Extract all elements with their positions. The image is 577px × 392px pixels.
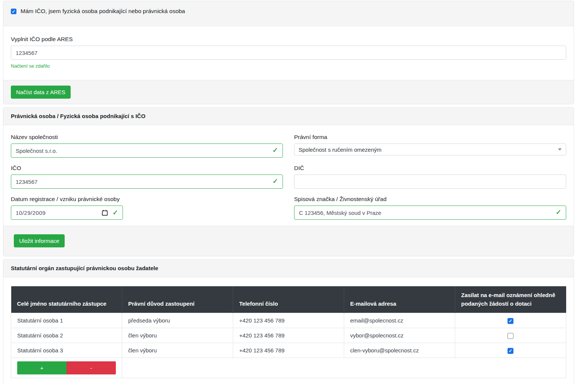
col-header-phone: Telefonní číslo <box>233 286 344 313</box>
ares-success-message: Načtení se zdařilo <box>11 63 566 69</box>
registration-date-field: Datum registrace / vzniku právnické osob… <box>11 196 283 220</box>
cell-name: Statutární osoba 1 <box>11 313 122 328</box>
cell-reason: člen výboru <box>122 328 233 343</box>
cell-email: email@spolecnost.cz <box>344 313 455 328</box>
table-header-row: Celé jméno statutárního zástupce Právní … <box>11 286 566 313</box>
table-row: Statutární osoba 3 člen výboru +420 123 … <box>11 343 566 358</box>
cell-phone: +420 123 456 789 <box>233 328 344 343</box>
company-card-header: Právnická osoba / Fyzická osoba podnikaj… <box>3 108 574 125</box>
notify-checkbox[interactable] <box>507 318 513 324</box>
cell-email: vybor@spolecnost.cz <box>344 328 455 343</box>
dic-field: DIČ <box>294 165 566 189</box>
col-header-reason: Právní důvod zastoupení <box>122 286 233 313</box>
form-page: Mám IČO, jsem fyzická osoba podnikající … <box>0 0 577 385</box>
ico-checkbox[interactable] <box>11 9 16 14</box>
legal-form-select[interactable]: Společnost s ručením omezeným <box>294 143 566 155</box>
add-row-button[interactable]: + <box>17 361 67 374</box>
company-card-body: Název společnosti ✓ Právní forma Společn… <box>3 125 574 226</box>
file-number-field: Spisová značka / Živnostenský úřad ✓ <box>294 196 566 220</box>
cell-phone: +420 123 456 789 <box>233 313 344 328</box>
ares-card-body: Vyplnit IČO podle ARES Načtení se zdařil… <box>3 26 574 80</box>
chevron-down-icon <box>558 148 562 151</box>
ares-card-footer: Načíst data z ARES <box>3 80 574 104</box>
table-row: Statutární osoba 2 člen výboru +420 123 … <box>11 328 566 343</box>
table-row: Statutární osoba 1 předseda výboru +420 … <box>11 313 566 328</box>
company-card-footer: Uložit informace <box>3 226 574 256</box>
cell-reason: člen výboru <box>122 343 233 358</box>
empty-cell <box>122 358 566 378</box>
cell-notify <box>455 328 566 343</box>
col-header-email: E-mailová adresa <box>344 286 455 313</box>
statutory-card-body: Celé jméno statutárního zástupce Právní … <box>3 277 574 385</box>
dic-label: DIČ <box>294 165 566 172</box>
company-card: Právnická osoba / Fyzická osoba podnikaj… <box>3 107 574 256</box>
ares-ico-input[interactable] <box>11 46 566 60</box>
cell-notify <box>455 343 566 358</box>
registration-date-input[interactable]: 10/29/2009 ✓ <box>11 206 123 220</box>
legal-form-selected-value: Společnost s ručením omezeným <box>299 146 382 153</box>
notify-checkbox[interactable] <box>507 348 513 354</box>
statutory-section-title: Statutární orgán zastupující právnickou … <box>11 265 158 271</box>
cell-email: clen-vyboru@spolecnost.cz <box>344 343 455 358</box>
ico-input[interactable] <box>11 175 283 189</box>
company-name-field: Název společnosti ✓ <box>11 134 283 158</box>
ico-field: IČO ✓ <box>11 165 283 189</box>
notify-checkbox[interactable] <box>507 333 513 339</box>
registration-date-label: Datum registrace / vzniku právnické osob… <box>11 196 283 203</box>
statutory-table: Celé jméno statutárního zástupce Právní … <box>11 286 566 378</box>
ares-ico-input-wrap <box>11 46 566 60</box>
col-header-name: Celé jméno statutárního zástupce <box>11 286 122 313</box>
cell-notify <box>455 313 566 328</box>
statutory-card: Statutární orgán zastupující právnickou … <box>3 259 574 385</box>
statutory-card-header: Statutární orgán zastupující právnickou … <box>3 260 574 277</box>
calendar-icon[interactable] <box>102 210 108 216</box>
row-actions-cell: + - <box>11 358 122 378</box>
cell-name: Statutární osoba 2 <box>11 328 122 343</box>
table-actions-row: + - <box>11 358 566 378</box>
remove-row-button[interactable]: - <box>67 361 116 374</box>
ico-label: IČO <box>11 165 283 172</box>
ares-card-header: Mám IČO, jsem fyzická osoba podnikající … <box>3 1 574 26</box>
cell-reason: předseda výboru <box>122 313 233 328</box>
load-ares-button[interactable]: Načíst data z ARES <box>11 86 71 99</box>
ares-ico-label: Vyplnit IČO podle ARES <box>11 36 566 43</box>
file-number-input[interactable] <box>294 206 566 220</box>
ico-checkbox-row: Mám IČO, jsem fyzická osoba podnikající … <box>11 8 566 15</box>
col-header-notify: Zasílat na e-mail oznámení ohledně podan… <box>455 286 566 313</box>
registration-date-value: 10/29/2009 <box>16 210 102 216</box>
cell-phone: +420 123 456 789 <box>233 343 344 358</box>
company-name-input[interactable] <box>11 143 283 158</box>
legal-form-field: Právní forma Společnost s ručením omezen… <box>294 134 566 158</box>
company-section-title: Právnická osoba / Fyzická osoba podnikaj… <box>11 113 145 119</box>
file-number-label: Spisová značka / Živnostenský úřad <box>294 196 566 203</box>
legal-form-label: Právní forma <box>294 134 566 141</box>
valid-check-icon: ✓ <box>112 209 118 217</box>
ico-checkbox-label[interactable]: Mám IČO, jsem fyzická osoba podnikající … <box>21 8 185 15</box>
company-name-label: Název společnosti <box>11 134 283 141</box>
dic-input[interactable] <box>294 175 566 189</box>
ares-card: Mám IČO, jsem fyzická osoba podnikající … <box>3 1 574 104</box>
cell-name: Statutární osoba 3 <box>11 343 122 358</box>
save-info-button[interactable]: Uložit informace <box>14 234 65 247</box>
